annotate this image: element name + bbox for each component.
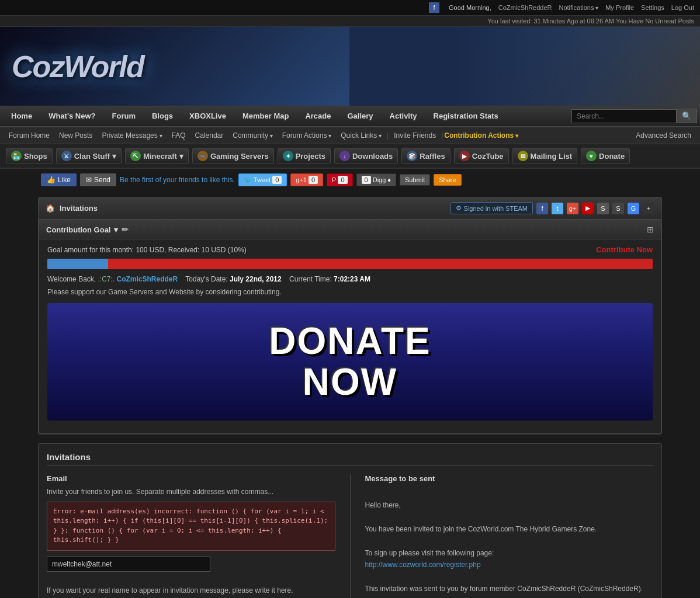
email-error-box: Error: e-mail address(es) incorrect: fun… — [47, 502, 335, 551]
logout-link[interactable]: Log Out — [671, 4, 694, 11]
edit-icon[interactable]: ✏ — [122, 225, 129, 234]
nav-reg-stats[interactable]: Registration Stats — [425, 106, 507, 126]
nav-arcade[interactable]: Arcade — [297, 106, 339, 126]
fb-social-icon[interactable]: f — [536, 203, 548, 214]
digg-label: Digg ♦ — [373, 176, 391, 183]
g-social-icon[interactable]: G — [628, 203, 639, 214]
send-button[interactable]: ✉ Send — [80, 173, 116, 186]
tweet-button[interactable]: 🐦 Tweet 0 — [238, 173, 287, 186]
thumbs-up-icon: 👍 — [47, 176, 56, 184]
quick-links-link[interactable]: Quick Links — [337, 130, 386, 141]
donate-banner[interactable]: DONATE NOW — [47, 303, 653, 420]
invite-friends-link[interactable]: Invite Friends — [390, 130, 440, 141]
s2-social-icon[interactable]: S — [612, 203, 624, 214]
donate-link[interactable]: ♥ Donate — [581, 148, 630, 164]
goal-text: Goal amount for this month: 100 USD, Rec… — [47, 246, 247, 254]
site-logo[interactable]: CozWorld — [0, 49, 144, 84]
donate-icon: ♥ — [586, 151, 597, 161]
calendar-link[interactable]: Calendar — [191, 130, 228, 141]
new-posts-link[interactable]: New Posts — [55, 130, 96, 141]
shops-link[interactable]: 🏪 Shops — [6, 148, 53, 164]
nav-search-input[interactable] — [571, 109, 677, 123]
steam-badge: ⚙ Signed in with STEAM — [451, 202, 533, 214]
tweet-count: 0 — [272, 176, 282, 184]
nav-xboxlive[interactable]: XBOXLive — [181, 106, 234, 126]
progress-bar-inner — [47, 259, 108, 269]
forum-nav: Forum Home New Posts Private Messages FA… — [0, 127, 700, 144]
clan-stuff-link[interactable]: ⚔ Clan Stuff ▾ — [56, 148, 122, 164]
adv-search-link[interactable]: Advanced Search — [632, 130, 695, 141]
contribution-panel: Contribution Goal ▾ ✏ ⊞ Goal amount for … — [39, 220, 661, 434]
forum-home-link[interactable]: Forum Home — [5, 130, 54, 141]
contrib-title-text: Contribution Goal — [46, 225, 110, 234]
nav-whats-new[interactable]: What's New? — [40, 106, 103, 126]
progress-bar — [47, 259, 653, 269]
gplus-button[interactable]: g+1 0 — [290, 173, 323, 186]
social-bar: 👍 Like ✉ Send Be the first of your frien… — [0, 169, 700, 191]
mailing-list-link[interactable]: ✉ Mailing List — [512, 148, 578, 164]
my-profile-link[interactable]: My Profile — [605, 4, 634, 11]
downloads-label: Downloads — [352, 152, 393, 161]
contribute-now-link[interactable]: Contribute Now — [596, 245, 653, 254]
yt-social-icon[interactable]: ▶ — [582, 203, 594, 214]
clan-dropdown-icon: ▾ — [112, 152, 116, 161]
nav-blogs[interactable]: Blogs — [144, 106, 181, 126]
contrib-title: Contribution Goal ▾ ✏ — [46, 225, 129, 234]
s1-social-icon[interactable]: S — [597, 203, 609, 214]
coztube-icon: ▶ — [459, 151, 470, 161]
private-messages-link[interactable]: Private Messages — [98, 130, 166, 141]
nav-member-map[interactable]: Member Map — [234, 106, 297, 126]
projects-label: Projects — [296, 152, 325, 161]
date-value: July 22nd, 2012 — [230, 275, 282, 283]
contrib-body: Goal amount for this month: 100 USD, Rec… — [39, 239, 661, 433]
gplus-count: 0 — [309, 176, 318, 184]
tw-social-icon[interactable]: t — [552, 203, 563, 214]
tweet-label: Tweet — [254, 176, 271, 183]
community-link[interactable]: Community — [228, 130, 276, 141]
contrib-dropdown-icon[interactable]: ▾ — [114, 225, 118, 234]
coztube-link[interactable]: ▶ CozTube — [454, 148, 509, 164]
greeting-text: Good Morning, — [449, 4, 491, 11]
last-visit-bar: You last visited: 31 Minutes Ago at 06:2… — [0, 16, 700, 27]
email-input[interactable] — [47, 557, 210, 572]
faq-link[interactable]: FAQ — [168, 130, 190, 141]
settings-link[interactable]: Settings — [641, 4, 664, 11]
top-username[interactable]: CoZmicShReddeR — [498, 4, 552, 11]
nav-home[interactable]: Home — [3, 106, 40, 126]
shops-icon: 🏪 — [11, 151, 22, 161]
nav-forum[interactable]: Forum — [104, 106, 144, 126]
extra-social-icon[interactable]: + — [643, 203, 654, 214]
mailing-list-label: Mailing List — [531, 152, 573, 161]
expand-icon[interactable]: ⊞ — [647, 225, 654, 234]
forum-actions-link[interactable]: Forum Actions — [278, 130, 335, 141]
invitations-grid: Email Invite your friends to join us. Se… — [47, 474, 653, 598]
nav-gallery[interactable]: Gallery — [339, 106, 381, 126]
shops-label: Shops — [24, 152, 47, 161]
like-button[interactable]: 👍 Like — [41, 173, 77, 186]
minecraft-link[interactable]: ⛏ Minecraft ▾ — [125, 148, 189, 164]
nav-activity[interactable]: Activity — [382, 106, 425, 126]
contrib-header: Contribution Goal ▾ ✏ ⊞ — [39, 220, 661, 239]
send-icon: ✉ — [86, 176, 92, 184]
projects-link[interactable]: ✦ Projects — [278, 148, 331, 164]
raffles-link[interactable]: 🎲 Raffles — [401, 148, 450, 164]
welcome-username[interactable]: CoZmicShReddeR — [117, 275, 178, 283]
share-button[interactable]: Share — [434, 174, 461, 186]
header-art — [349, 27, 700, 106]
submit-button[interactable]: Submit — [400, 174, 430, 186]
nav-search-button[interactable]: 🔍 — [677, 109, 697, 123]
email-label: Email — [47, 474, 335, 483]
digg-button[interactable]: 0 Digg ♦ — [356, 173, 396, 186]
downloads-link[interactable]: ↓ Downloads — [334, 148, 398, 164]
pin-button[interactable]: P 0 — [327, 173, 352, 186]
username-prefix: .:C7:. — [98, 275, 115, 283]
inv-left-panel: Email Invite your friends to join us. Se… — [47, 474, 335, 598]
contrib-actions-link[interactable]: Contribution Actions — [444, 131, 518, 140]
panel-header-right: ⚙ Signed in with STEAM f t g+ ▶ S S G + — [451, 202, 654, 214]
submit-label: Submit — [405, 176, 425, 183]
minecraft-dropdown-icon: ▾ — [179, 152, 183, 161]
notifications-link[interactable]: Notifications — [559, 4, 599, 11]
register-link[interactable]: http://www.cozworld.com/register.php — [365, 561, 481, 569]
gaming-servers-link[interactable]: 🎮 Gaming Servers — [192, 148, 274, 164]
gp-social-icon[interactable]: g+ — [567, 203, 578, 214]
